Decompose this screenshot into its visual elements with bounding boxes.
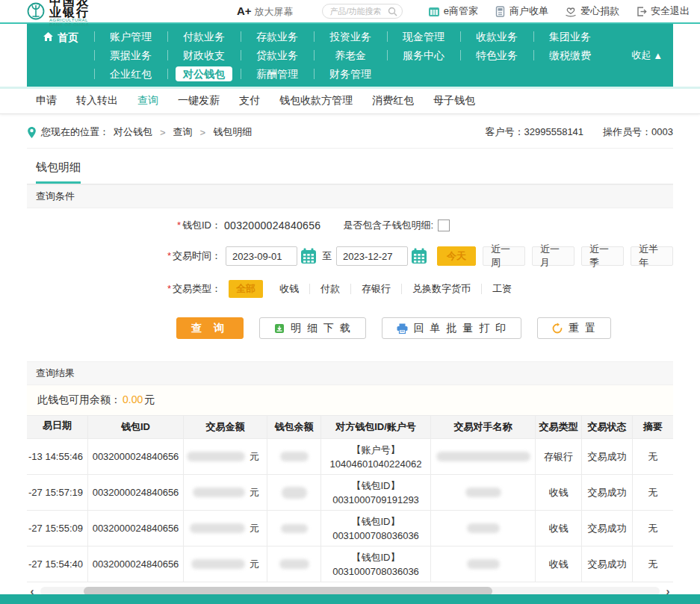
download-icon	[273, 323, 285, 334]
search-button[interactable]: 查 询	[176, 317, 244, 339]
type-all[interactable]: 全部	[229, 280, 263, 298]
breadcrumb-separator: >	[200, 127, 206, 138]
include-sub-wallet-group: 是否包含子钱包明细:	[343, 219, 450, 232]
nav-item-finance-mgmt[interactable]: 财务管理	[314, 66, 387, 82]
transaction-type-row: *交易类型： 全部 收钱 付款 存银行 兑换数字货币 工资	[27, 280, 673, 298]
include-sub-wallet-checkbox[interactable]	[438, 220, 450, 231]
quick-date-quarter[interactable]: 近一季	[581, 246, 624, 266]
download-detail-button[interactable]: 明 细 下 载	[259, 317, 366, 339]
nav-item-bill-biz[interactable]: 票据业务	[94, 47, 167, 63]
charity-donation-label[interactable]: 爱心捐款	[580, 4, 619, 18]
nav-item-account-mgmt[interactable]: 账户管理	[94, 28, 167, 45]
cell-summary: 无	[633, 511, 673, 546]
nav-item-group-biz[interactable]: 集团业务	[533, 28, 607, 45]
type-exchange-digital-currency[interactable]: 兑换数字货币	[401, 284, 481, 294]
link-merchant-acquiring[interactable]: 商户收单	[495, 4, 548, 18]
reset-button[interactable]: 重 置	[537, 317, 611, 339]
nav-item-collection-biz[interactable]: 收款业务	[460, 28, 533, 45]
quick-date-month[interactable]: 近一月	[532, 246, 574, 266]
type-pay[interactable]: 付款	[309, 284, 350, 294]
link-charity-donation[interactable]: 爱心捐款	[565, 4, 619, 18]
nav-item-salary-mgmt[interactable]: 薪酬管理	[241, 66, 314, 82]
nav-item-tax-payment[interactable]: 缴税缴费	[533, 47, 607, 63]
cell-amount: 元	[184, 475, 267, 510]
operator-number-value: 0003	[651, 126, 673, 137]
quick-date-buttons: 今天 近一周 近一月 近一季 近半年	[437, 246, 673, 266]
wallet-id-row: *钱包ID： 0032000024840656 是否包含子钱包明细:	[27, 219, 673, 232]
cell-summary: 无	[633, 475, 673, 510]
nav-item-corporate-wallet[interactable]: 对公钱包	[167, 66, 241, 82]
nav-item-special-biz[interactable]: 特色业务	[460, 47, 533, 63]
product-search-input[interactable]: 产品/功能搜索	[322, 4, 403, 19]
subnav-one-click-payroll[interactable]: 一键发薪	[178, 94, 220, 108]
link-safe-logout[interactable]: 安全退出	[636, 4, 690, 18]
type-receive[interactable]: 收钱	[269, 284, 309, 294]
table-row[interactable]: -27 15:57:19 0032000024840656 元 【钱包ID】 0…	[27, 475, 673, 511]
type-deposit-bank[interactable]: 存银行	[350, 284, 401, 294]
nav-item-payment-biz[interactable]: 付款业务	[167, 28, 241, 45]
nav-row-3: 企业红包 对公钱包 薪酬管理 财务管理	[94, 65, 673, 83]
breadcrumb-corporate-wallet[interactable]: 对公钱包	[114, 125, 152, 139]
subnav-transfer[interactable]: 转入转出	[76, 94, 118, 108]
cell-balance	[267, 511, 321, 546]
date-from-input[interactable]	[226, 246, 297, 266]
nav-item-pension[interactable]: 养老金	[314, 47, 387, 63]
bank-name-en: AGRICULTURAL BANK OF CHINA	[49, 18, 95, 27]
subnav-pay[interactable]: 支付	[239, 94, 260, 108]
bank-logo: 中国农业银行 AGRICULTURAL BANK OF CHINA	[27, 0, 95, 27]
pos-terminal-icon	[495, 6, 506, 17]
nav-item-home[interactable]: 首页	[27, 28, 94, 83]
required-asterisk: *	[167, 250, 171, 261]
customer-number-label: 客户号：	[486, 126, 524, 137]
col-counterparty-name: 交易对手名称	[431, 416, 536, 438]
table-row[interactable]: -13 14:55:46 0032000024840656 元 【账户号】 10…	[27, 439, 673, 475]
reset-label: 重 置	[569, 322, 597, 335]
nav-item-loan-biz[interactable]: 贷款业务	[241, 47, 314, 63]
quick-date-week[interactable]: 近一周	[483, 246, 525, 266]
page-tab-row: 钱包明细	[27, 149, 673, 184]
font-increase-label[interactable]: A+	[237, 4, 252, 17]
table-row[interactable]: -27 15:54:40 0032000024840656 元 【钱包ID】 0…	[27, 547, 673, 582]
quick-date-today[interactable]: 今天	[437, 246, 476, 266]
subnav-payee-mgmt[interactable]: 钱包收款方管理	[279, 94, 353, 108]
e-merchant-label[interactable]: e商管家	[444, 4, 478, 18]
cell-type: 收钱	[536, 511, 582, 546]
nav-item-service-center[interactable]: 服务中心	[387, 47, 460, 63]
breadcrumb-wallet-detail: 钱包明细	[213, 125, 252, 139]
cell-date: -27 15:55:09	[27, 511, 88, 546]
subnav-query[interactable]: 查询	[137, 94, 158, 108]
nav-item-cash-mgmt[interactable]: 现金管理	[387, 28, 460, 45]
calendar-icon[interactable]	[410, 247, 428, 265]
tab-wallet-detail[interactable]: 钱包明细	[36, 161, 81, 184]
nav-collapse-button[interactable]: 收起▲	[631, 49, 663, 62]
nav-home-label[interactable]: 首页	[58, 31, 78, 45]
subnav-apply[interactable]: 申请	[36, 94, 57, 108]
merchant-acquiring-label[interactable]: 商户收单	[509, 4, 548, 18]
subnav-consume-redpacket[interactable]: 消费红包	[372, 94, 414, 108]
nav-item-investment-biz[interactable]: 投资业务	[314, 28, 387, 45]
footer-bar	[0, 594, 700, 604]
safe-logout-label[interactable]: 安全退出	[651, 4, 690, 18]
table-row[interactable]: -27 15:55:09 0032000024840656 元 【钱包ID】 0…	[27, 511, 673, 547]
subnav-parent-child-wallet[interactable]: 母子钱包	[433, 94, 475, 108]
nav-item-enterprise-redpacket[interactable]: 企业红包	[94, 66, 167, 82]
date-to-input[interactable]	[336, 246, 408, 266]
nav-item-deposit-biz[interactable]: 存款业务	[241, 28, 314, 45]
include-sub-wallet-label: 是否包含子钱包明细:	[343, 219, 433, 232]
type-salary[interactable]: 工资	[481, 284, 522, 294]
operator-number: 操作员号：0003	[603, 125, 673, 139]
nav-item-fiscal[interactable]: 财政收支	[167, 47, 241, 63]
printer-icon	[396, 323, 409, 334]
link-e-merchant-manager[interactable]: e商管家	[428, 4, 478, 18]
calendar-icon[interactable]	[300, 247, 318, 265]
quick-date-half-year[interactable]: 近半年	[631, 246, 673, 266]
table-header-row: 易日期 钱包ID 交易金额 钱包余额 对方钱包ID/账户号 交易对手名称 交易类…	[27, 416, 673, 439]
search-icon[interactable]	[388, 7, 397, 16]
wallet-id-label: *钱包ID：	[27, 219, 221, 232]
batch-print-receipt-button[interactable]: 回 单 批 量 打 印	[382, 317, 521, 339]
cell-counterparty-id: 【钱包ID】 0031000709191293	[321, 475, 431, 510]
screen-zoom-control[interactable]: A+ 放大屏幕	[237, 4, 294, 19]
breadcrumb-query[interactable]: 查询	[173, 125, 193, 139]
cell-summary: 无	[633, 547, 673, 582]
balance-label: 此钱包可用余额：	[37, 393, 121, 405]
